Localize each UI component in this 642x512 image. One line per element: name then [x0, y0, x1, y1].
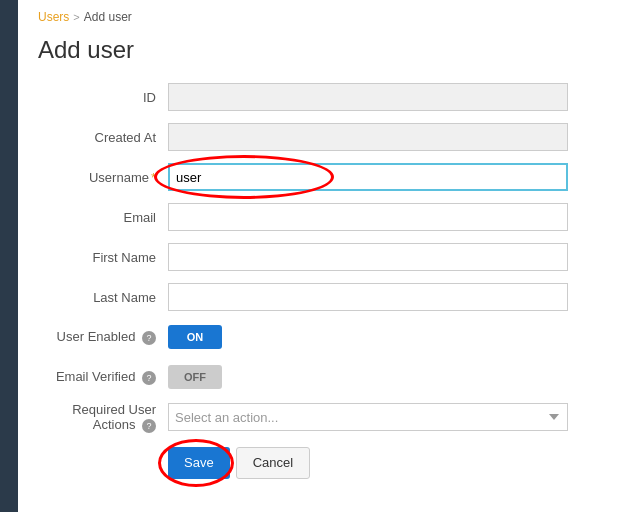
form-row-email-verified: Email Verified ? OFF	[38, 362, 622, 392]
email-verified-help-icon[interactable]: ?	[142, 371, 156, 385]
created-at-field-wrapper	[168, 123, 568, 151]
username-field[interactable]	[168, 163, 568, 191]
email-verified-label: Email Verified ?	[38, 369, 168, 385]
breadcrumb: Users > Add user	[38, 10, 622, 24]
required-actions-help-icon[interactable]: ?	[142, 419, 156, 433]
first-name-field-wrapper	[168, 243, 568, 271]
username-field-wrapper	[168, 163, 568, 191]
last-name-label: Last Name	[38, 290, 168, 305]
main-content: Users > Add user Add user ID Created At …	[18, 0, 642, 512]
first-name-label: First Name	[38, 250, 168, 265]
user-enabled-toggle-wrapper: ON	[168, 325, 568, 349]
email-verified-toggle[interactable]: OFF	[168, 365, 222, 389]
sidebar	[0, 0, 18, 512]
created-at-field[interactable]	[168, 123, 568, 151]
last-name-field-wrapper	[168, 283, 568, 311]
form-buttons-row: Save Cancel	[38, 447, 622, 479]
form-row-email: Email	[38, 202, 622, 232]
id-field-wrapper	[168, 83, 568, 111]
form-row-id: ID	[38, 82, 622, 112]
username-label: Username*	[38, 170, 168, 185]
required-actions-select[interactable]: Select an action...	[168, 403, 568, 431]
user-enabled-toggle[interactable]: ON	[168, 325, 222, 349]
user-enabled-label: User Enabled ?	[38, 329, 168, 345]
form-row-user-enabled: User Enabled ? ON	[38, 322, 622, 352]
required-actions-field-wrapper: Select an action...	[168, 403, 568, 431]
user-enabled-help-icon[interactable]: ?	[142, 331, 156, 345]
required-actions-label: Required User Actions ?	[38, 402, 168, 433]
form-row-created-at: Created At	[38, 122, 622, 152]
email-field-wrapper	[168, 203, 568, 231]
last-name-field[interactable]	[168, 283, 568, 311]
id-field[interactable]	[168, 83, 568, 111]
form-row-username: Username*	[38, 162, 622, 192]
breadcrumb-separator: >	[73, 11, 79, 23]
save-button[interactable]: Save	[168, 447, 230, 479]
cancel-button[interactable]: Cancel	[236, 447, 310, 479]
first-name-field[interactable]	[168, 243, 568, 271]
breadcrumb-parent[interactable]: Users	[38, 10, 69, 24]
form-row-last-name: Last Name	[38, 282, 622, 312]
id-label: ID	[38, 90, 168, 105]
email-label: Email	[38, 210, 168, 225]
breadcrumb-current: Add user	[84, 10, 132, 24]
email-verified-toggle-wrapper: OFF	[168, 365, 568, 389]
created-at-label: Created At	[38, 130, 168, 145]
user-form: ID Created At Username* Email	[38, 82, 622, 433]
page-title: Add user	[38, 36, 622, 64]
username-required-marker: *	[151, 170, 156, 185]
buttons-wrapper: Save Cancel	[168, 447, 310, 479]
email-field[interactable]	[168, 203, 568, 231]
form-row-required-actions: Required User Actions ? Select an action…	[38, 402, 622, 433]
form-row-first-name: First Name	[38, 242, 622, 272]
